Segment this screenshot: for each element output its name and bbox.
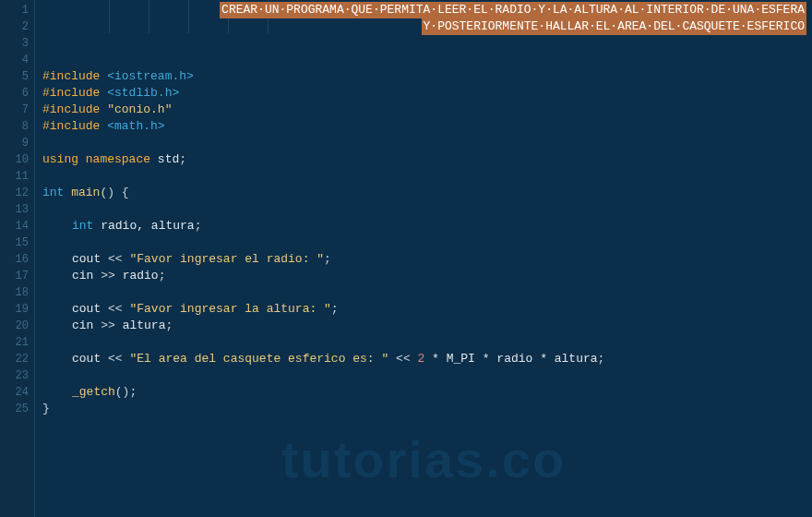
code-line-13[interactable]: [42, 201, 812, 218]
code-line-25[interactable]: }: [42, 401, 812, 417]
line-number: 17: [0, 268, 29, 284]
code-line-4[interactable]: [42, 52, 812, 68]
line-number: 18: [0, 284, 29, 301]
selected-text: Y·POSTERIORMENTE·HALLAR·EL·AREA·DEL·CASQ…: [422, 18, 806, 35]
code-line-1[interactable]: CREAR·UN·PROGRAMA·QUE·PERMITA·LEER·EL·RA…: [42, 2, 812, 18]
watermark-text: tutorias.co: [281, 429, 566, 489]
code-line-23[interactable]: [42, 367, 812, 384]
code-line-6[interactable]: #include <stdlib.h>: [42, 85, 812, 102]
code-line-2[interactable]: Y·POSTERIORMENTE·HALLAR·EL·AREA·DEL·CASQ…: [42, 18, 812, 35]
line-number-gutter: 1 2 3 4 5 6 7 8 9 10 11 12 13 14 15 16 1…: [0, 0, 35, 517]
line-number: 14: [0, 218, 29, 234]
line-number: 13: [0, 201, 29, 218]
line-number: 9: [0, 135, 29, 151]
code-line-10[interactable]: using namespace std;: [42, 151, 812, 168]
line-number: 1: [0, 2, 29, 18]
line-number: 11: [0, 168, 29, 185]
code-line-22[interactable]: cout << "El area del casquete esferico e…: [42, 351, 812, 367]
code-line-3[interactable]: [42, 35, 812, 52]
code-line-8[interactable]: #include <math.h>: [42, 118, 812, 135]
code-line-12[interactable]: int main() {: [42, 185, 812, 201]
line-number: 25: [0, 401, 29, 417]
line-number: 3: [0, 35, 29, 52]
code-editor[interactable]: 1 2 3 4 5 6 7 8 9 10 11 12 13 14 15 16 1…: [0, 0, 812, 517]
code-line-11[interactable]: [42, 168, 812, 185]
line-number: 5: [0, 68, 29, 85]
line-number: 2: [0, 18, 29, 35]
line-number: 21: [0, 334, 29, 351]
line-number: 10: [0, 151, 29, 168]
line-number: 24: [0, 384, 29, 401]
code-line-18[interactable]: [42, 284, 812, 301]
line-number: 4: [0, 52, 29, 68]
line-number: 6: [0, 85, 29, 102]
selected-text: CREAR·UN·PROGRAMA·QUE·PERMITA·LEER·EL·RA…: [220, 2, 806, 18]
line-number: 15: [0, 234, 29, 251]
code-line-9[interactable]: [42, 135, 812, 151]
line-number: 16: [0, 251, 29, 268]
code-line-15[interactable]: [42, 234, 812, 251]
line-number: 22: [0, 351, 29, 367]
code-line-17[interactable]: cin >> radio;: [42, 268, 812, 284]
line-number: 20: [0, 318, 29, 334]
code-line-16[interactable]: cout << "Favor ingresar el radio: ";: [42, 251, 812, 268]
code-line-14[interactable]: int radio, altura;: [42, 218, 812, 234]
code-line-7[interactable]: #include "conio.h": [42, 102, 812, 118]
code-line-24[interactable]: _getch();: [42, 384, 812, 401]
line-number: 23: [0, 367, 29, 384]
line-number: 12: [0, 185, 29, 201]
line-number: 19: [0, 301, 29, 318]
code-line-21[interactable]: [42, 334, 812, 351]
line-number: 8: [0, 118, 29, 135]
code-area[interactable]: CREAR·UN·PROGRAMA·QUE·PERMITA·LEER·EL·RA…: [35, 0, 812, 517]
code-line-20[interactable]: cin >> altura;: [42, 318, 812, 334]
line-number: 7: [0, 102, 29, 118]
code-line-19[interactable]: cout << "Favor ingresar la altura: ";: [42, 301, 812, 318]
code-line-5[interactable]: #include <iostream.h>: [42, 68, 812, 85]
